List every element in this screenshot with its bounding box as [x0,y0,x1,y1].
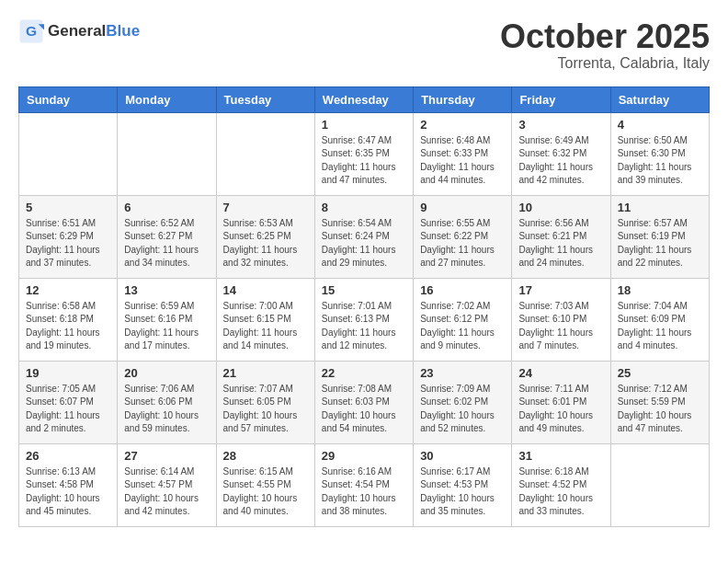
day-number: 25 [618,366,702,380]
day-number: 10 [518,201,603,214]
day-number: 14 [223,283,308,297]
table-row: 17Sunrise: 7:03 AM Sunset: 6:10 PM Dayli… [512,278,610,361]
day-info: Sunrise: 7:07 AM Sunset: 6:05 PM Dayligh… [223,383,308,436]
col-saturday: Saturday [610,86,709,112]
day-info: Sunrise: 6:52 AM Sunset: 6:27 PM Dayligh… [124,217,209,270]
day-info: Sunrise: 7:12 AM Sunset: 5:59 PM Dayligh… [618,383,702,436]
day-number: 11 [618,201,702,214]
table-row: 9Sunrise: 6:55 AM Sunset: 6:22 PM Daylig… [414,195,512,278]
calendar-week-row: 5Sunrise: 6:51 AM Sunset: 6:29 PM Daylig… [19,195,710,278]
day-info: Sunrise: 6:53 AM Sunset: 6:25 PM Dayligh… [223,217,308,270]
day-number: 27 [124,449,209,463]
table-row: 31Sunrise: 6:18 AM Sunset: 4:52 PM Dayli… [512,443,610,526]
table-row: 29Sunrise: 6:16 AM Sunset: 4:54 PM Dayli… [314,443,413,526]
day-number: 29 [322,449,406,463]
calendar-week-row: 26Sunrise: 6:13 AM Sunset: 4:58 PM Dayli… [19,443,710,526]
day-info: Sunrise: 7:11 AM Sunset: 6:01 PM Dayligh… [518,383,603,436]
logo-general: General [48,22,106,40]
table-row: 5Sunrise: 6:51 AM Sunset: 6:29 PM Daylig… [19,195,118,278]
table-row: 19Sunrise: 7:05 AM Sunset: 6:07 PM Dayli… [19,361,118,443]
day-info: Sunrise: 6:51 AM Sunset: 6:29 PM Dayligh… [26,217,110,270]
day-info: Sunrise: 6:59 AM Sunset: 6:16 PM Dayligh… [124,300,209,353]
day-info: Sunrise: 7:05 AM Sunset: 6:07 PM Dayligh… [26,383,110,436]
day-info: Sunrise: 7:02 AM Sunset: 6:12 PM Dayligh… [420,300,505,353]
day-info: Sunrise: 6:54 AM Sunset: 6:24 PM Dayligh… [322,217,406,270]
day-number: 28 [223,449,308,463]
day-info: Sunrise: 7:08 AM Sunset: 6:03 PM Dayligh… [322,383,406,436]
calendar-table: Sunday Monday Tuesday Wednesday Thursday… [18,86,710,527]
table-row: 10Sunrise: 6:56 AM Sunset: 6:21 PM Dayli… [512,195,610,278]
table-row: 1Sunrise: 6:47 AM Sunset: 6:35 PM Daylig… [314,112,413,195]
day-info: Sunrise: 6:47 AM Sunset: 6:35 PM Dayligh… [322,134,406,188]
col-thursday: Thursday [414,86,512,112]
day-number: 12 [26,283,110,297]
day-number: 5 [26,201,110,214]
table-row: 20Sunrise: 7:06 AM Sunset: 6:06 PM Dayli… [118,361,216,443]
table-row: 21Sunrise: 7:07 AM Sunset: 6:05 PM Dayli… [216,361,314,443]
day-number: 8 [322,201,406,214]
day-info: Sunrise: 6:17 AM Sunset: 4:53 PM Dayligh… [420,465,505,519]
svg-text:G: G [26,23,37,39]
day-info: Sunrise: 7:09 AM Sunset: 6:02 PM Dayligh… [420,383,505,436]
table-row: 3Sunrise: 6:49 AM Sunset: 6:32 PM Daylig… [512,112,610,195]
col-monday: Monday [118,86,216,112]
table-row [216,112,314,195]
day-number: 4 [618,118,702,132]
table-row: 27Sunrise: 6:14 AM Sunset: 4:57 PM Dayli… [118,443,216,526]
day-info: Sunrise: 6:57 AM Sunset: 6:19 PM Dayligh… [618,217,702,270]
day-number: 26 [26,449,110,463]
table-row: 12Sunrise: 6:58 AM Sunset: 6:18 PM Dayli… [19,278,118,361]
table-row: 13Sunrise: 6:59 AM Sunset: 6:16 PM Dayli… [118,278,216,361]
day-info: Sunrise: 6:15 AM Sunset: 4:55 PM Dayligh… [223,465,308,519]
day-info: Sunrise: 6:58 AM Sunset: 6:18 PM Dayligh… [26,300,110,353]
calendar-week-row: 1Sunrise: 6:47 AM Sunset: 6:35 PM Daylig… [19,112,710,195]
day-info: Sunrise: 7:01 AM Sunset: 6:13 PM Dayligh… [322,300,406,353]
table-row: 16Sunrise: 7:02 AM Sunset: 6:12 PM Dayli… [414,278,512,361]
day-info: Sunrise: 6:49 AM Sunset: 6:32 PM Dayligh… [518,134,603,188]
day-number: 24 [518,366,603,380]
day-info: Sunrise: 6:55 AM Sunset: 6:22 PM Dayligh… [420,217,505,270]
table-row: 18Sunrise: 7:04 AM Sunset: 6:09 PM Dayli… [610,278,709,361]
day-info: Sunrise: 6:48 AM Sunset: 6:33 PM Dayligh… [420,134,505,188]
calendar-week-row: 19Sunrise: 7:05 AM Sunset: 6:07 PM Dayli… [19,361,710,443]
calendar-week-row: 12Sunrise: 6:58 AM Sunset: 6:18 PM Dayli… [19,278,710,361]
table-row: 6Sunrise: 6:52 AM Sunset: 6:27 PM Daylig… [118,195,216,278]
day-number: 21 [223,366,308,380]
logo-icon: G [18,18,44,44]
col-friday: Friday [512,86,610,112]
day-number: 3 [518,118,603,132]
table-row: 2Sunrise: 6:48 AM Sunset: 6:33 PM Daylig… [414,112,512,195]
logo-text: GeneralBlue [48,22,140,40]
col-wednesday: Wednesday [314,86,413,112]
col-tuesday: Tuesday [216,86,314,112]
month-title: October 2025 [500,18,710,55]
table-row [19,112,118,195]
day-number: 7 [223,201,308,214]
day-number: 20 [124,366,209,380]
table-row: 26Sunrise: 6:13 AM Sunset: 4:58 PM Dayli… [19,443,118,526]
day-number: 16 [420,283,505,297]
table-row: 22Sunrise: 7:08 AM Sunset: 6:03 PM Dayli… [314,361,413,443]
table-row: 25Sunrise: 7:12 AM Sunset: 5:59 PM Dayli… [610,361,709,443]
day-number: 2 [420,118,505,132]
table-row: 28Sunrise: 6:15 AM Sunset: 4:55 PM Dayli… [216,443,314,526]
day-info: Sunrise: 7:06 AM Sunset: 6:06 PM Dayligh… [124,383,209,436]
day-number: 18 [618,283,702,297]
table-row: 24Sunrise: 7:11 AM Sunset: 6:01 PM Dayli… [512,361,610,443]
day-number: 17 [518,283,603,297]
col-sunday: Sunday [19,86,118,112]
day-number: 6 [124,201,209,214]
table-row: 11Sunrise: 6:57 AM Sunset: 6:19 PM Dayli… [610,195,709,278]
day-number: 9 [420,201,505,214]
day-info: Sunrise: 7:04 AM Sunset: 6:09 PM Dayligh… [618,300,702,353]
table-row [610,443,709,526]
table-row: 4Sunrise: 6:50 AM Sunset: 6:30 PM Daylig… [610,112,709,195]
day-info: Sunrise: 7:00 AM Sunset: 6:15 PM Dayligh… [223,300,308,353]
table-row: 30Sunrise: 6:17 AM Sunset: 4:53 PM Dayli… [414,443,512,526]
calendar-header-row: Sunday Monday Tuesday Wednesday Thursday… [19,86,710,112]
day-number: 15 [322,283,406,297]
day-info: Sunrise: 6:16 AM Sunset: 4:54 PM Dayligh… [322,465,406,519]
day-number: 13 [124,283,209,297]
day-number: 23 [420,366,505,380]
day-info: Sunrise: 6:13 AM Sunset: 4:58 PM Dayligh… [26,465,110,519]
